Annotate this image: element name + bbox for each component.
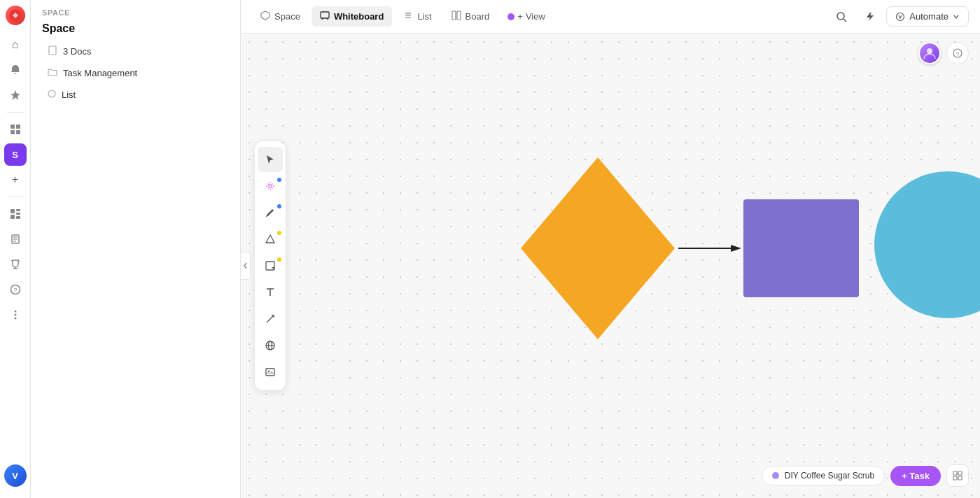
tab-list[interactable]: List: [395, 6, 440, 27]
space-icon[interactable]: S: [4, 143, 27, 166]
pen-tool[interactable]: [258, 200, 283, 225]
svg-rect-4: [10, 130, 15, 134]
space-tab-icon: [260, 10, 270, 22]
svg-rect-5: [16, 130, 20, 134]
tab-space[interactable]: Space: [252, 6, 309, 27]
topbar-right: Automate: [830, 6, 969, 28]
svg-point-23: [48, 90, 55, 97]
svg-rect-51: [958, 471, 962, 475]
whiteboard-canvas[interactable]: ? DIY Coffee Sugar Scrub + Task: [241, 34, 980, 498]
svg-marker-1: [10, 90, 20, 100]
image-tool[interactable]: [258, 360, 283, 385]
space-label: SPACE: [31, 8, 240, 20]
diamond-shape[interactable]: [521, 157, 675, 339]
svg-rect-25: [321, 12, 329, 18]
home-icon[interactable]: ⌂: [4, 34, 27, 56]
task-pill: DIY Coffee Sugar Scrub: [762, 466, 885, 485]
help-icon[interactable]: ?: [4, 278, 27, 301]
svg-point-36: [269, 185, 272, 187]
whiteboard-tab-icon: [320, 10, 330, 22]
automate-label: Automate: [909, 11, 948, 22]
svg-rect-22: [49, 46, 56, 55]
connector-tool[interactable]: [258, 306, 283, 332]
svg-marker-37: [266, 235, 274, 243]
doc-list-icon[interactable]: [4, 228, 27, 250]
svg-point-33: [837, 13, 844, 20]
task-dot: [772, 472, 779, 479]
svg-rect-7: [16, 209, 20, 211]
lightning-icon[interactable]: [858, 6, 881, 28]
svg-point-47: [927, 48, 932, 54]
smart-draw-tool[interactable]: [258, 173, 283, 199]
star-icon[interactable]: [4, 84, 27, 106]
automate-button[interactable]: Automate: [886, 6, 969, 27]
app-logo[interactable]: [6, 6, 25, 25]
nav-item-task-label: Task Management: [63, 68, 137, 78]
tab-list-label: List: [417, 11, 431, 22]
main-content: Space Whiteboard List Board + View: [241, 0, 980, 498]
tab-space-label: Space: [274, 11, 300, 22]
svg-rect-3: [16, 124, 20, 129]
more-options-icon[interactable]: [4, 304, 27, 326]
doc-icon: [48, 45, 57, 57]
svg-rect-53: [958, 476, 962, 480]
svg-text:?: ?: [13, 287, 17, 294]
tab-board[interactable]: Board: [443, 6, 498, 27]
dashboard-icon[interactable]: [4, 203, 27, 225]
shape-tool[interactable]: [258, 227, 283, 252]
sticky-tool[interactable]: [258, 253, 283, 278]
task-pill-label: DIY Coffee Sugar Scrub: [785, 471, 874, 481]
nav-item-task-management[interactable]: Task Management: [36, 63, 234, 83]
shape-dot: [277, 231, 281, 235]
trophy-icon[interactable]: [4, 253, 27, 276]
collapse-handle[interactable]: [241, 252, 251, 280]
svg-point-21: [14, 318, 16, 320]
tab-whiteboard[interactable]: Whiteboard: [312, 6, 393, 27]
rectangle-shape[interactable]: [743, 199, 859, 297]
view-label: View: [526, 11, 545, 22]
grid-view-icon[interactable]: [946, 464, 969, 487]
task-btn-label: + Task: [902, 471, 930, 481]
view-button[interactable]: + View: [500, 7, 552, 26]
svg-point-46: [268, 371, 270, 372]
shape-canvas: [241, 34, 980, 498]
bell-icon[interactable]: [4, 59, 27, 81]
task-button[interactable]: + Task: [890, 466, 941, 486]
svg-text:?: ?: [956, 51, 960, 57]
apps-icon[interactable]: [4, 118, 27, 141]
divider-1: [7, 112, 24, 113]
svg-line-41: [267, 315, 274, 322]
tab-board-label: Board: [465, 11, 490, 22]
web-tool[interactable]: [258, 333, 283, 358]
nav-item-list-label: List: [62, 90, 76, 100]
svg-rect-52: [953, 476, 957, 480]
circle-shape[interactable]: [874, 171, 980, 318]
svg-rect-2: [10, 124, 15, 129]
svg-point-20: [14, 314, 16, 316]
add-workspace-icon[interactable]: +: [4, 169, 27, 191]
nav-item-docs[interactable]: 3 Docs: [36, 41, 234, 62]
smart-draw-dot: [277, 178, 281, 182]
view-dot-icon: [507, 13, 514, 20]
list-circle-icon: [48, 89, 56, 100]
sticky-dot: [277, 257, 281, 262]
tab-whiteboard-label: Whiteboard: [334, 11, 384, 22]
whiteboard-help-icon[interactable]: ?: [946, 42, 969, 64]
svg-rect-10: [16, 216, 20, 219]
search-icon[interactable]: [830, 6, 853, 28]
text-tool[interactable]: [258, 280, 283, 305]
arrow-head: [731, 245, 741, 252]
select-tool[interactable]: [258, 147, 283, 172]
nav-item-docs-label: 3 Docs: [63, 46, 91, 57]
folder-icon: [48, 67, 57, 79]
nav-item-list[interactable]: List: [36, 85, 234, 104]
svg-point-35: [897, 13, 904, 20]
view-button-label: +: [517, 11, 523, 22]
svg-marker-24: [261, 11, 270, 20]
svg-rect-32: [457, 11, 461, 20]
user-avatar[interactable]: V: [4, 464, 27, 487]
board-tab-icon: [451, 10, 461, 22]
nav-panel: SPACE Space 3 Docs Task Management List: [31, 0, 241, 498]
svg-rect-50: [953, 471, 957, 475]
svg-rect-31: [452, 11, 456, 20]
